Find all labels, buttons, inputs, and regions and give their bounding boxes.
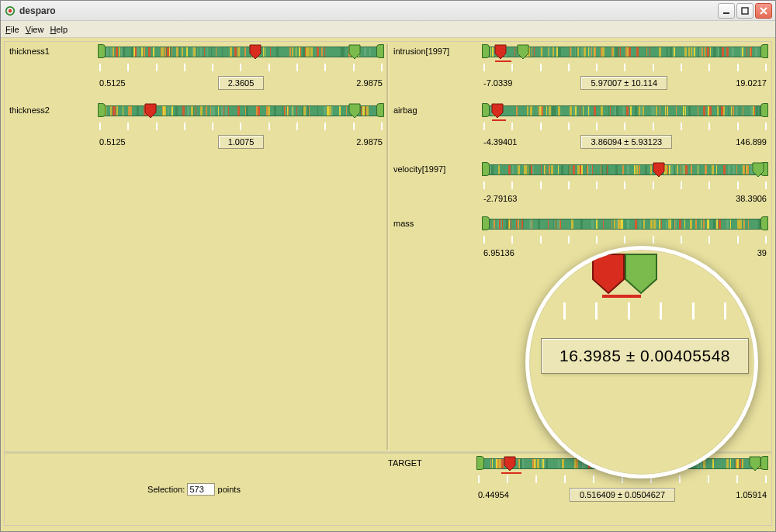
interval-red-icon	[501, 472, 521, 474]
min-value: 0.5125	[99, 137, 126, 147]
marker-green-icon[interactable]	[348, 103, 361, 119]
marker-green-icon[interactable]	[348, 44, 361, 60]
slider-thickness1[interactable]	[99, 45, 383, 64]
handle-right-icon[interactable]	[376, 103, 384, 117]
min-value: -4.39401	[483, 137, 517, 147]
min-value: 0.44954	[478, 490, 509, 499]
slider-intrusion[interactable]	[483, 45, 767, 64]
handle-right-icon[interactable]	[760, 103, 768, 117]
handle-right-icon[interactable]	[760, 456, 768, 470]
marker-green-icon[interactable]	[517, 44, 529, 60]
app-icon	[4, 5, 16, 17]
window-title: desparo	[19, 5, 718, 16]
marker-red-icon[interactable]	[249, 44, 262, 60]
selection-input[interactable]	[187, 483, 215, 496]
max-value: 2.9875	[356, 78, 383, 88]
slider-label: TARGET	[388, 457, 473, 468]
selection-unit: points	[218, 485, 241, 494]
menu-file[interactable]: File	[5, 25, 19, 34]
slider-row-velocity: velocity[1997]	[393, 163, 767, 203]
center-value: 3.86094 ± 5.93123	[580, 135, 672, 149]
marker-green-icon[interactable]	[752, 162, 764, 178]
slider-label: airbag	[393, 104, 479, 115]
center-value: 1.0075	[218, 135, 265, 149]
menubar: File View Help	[1, 21, 775, 38]
slider-row-thickness2: thickness2 0.5	[9, 104, 383, 149]
max-value: 19.0217	[736, 78, 767, 88]
min-value: -2.79163	[483, 194, 517, 203]
handle-left-icon[interactable]	[482, 103, 490, 117]
slider-row-mass: mass 6.95136 . 39	[393, 217, 767, 257]
slider-label: thickness1	[9, 45, 95, 56]
slider-row-airbag: airbag -4.39401 3.86094 ± 5.93	[393, 104, 767, 149]
minimize-button[interactable]	[718, 3, 735, 19]
handle-right-icon[interactable]	[760, 44, 768, 58]
titlebar: desparo	[1, 1, 775, 21]
min-value: 0.5125	[99, 78, 126, 88]
left-column: thickness1 0.5	[5, 42, 389, 451]
slider-label: velocity[1997]	[393, 163, 479, 174]
svg-rect-2	[723, 12, 729, 14]
handle-left-icon[interactable]	[98, 103, 106, 117]
center-value: 5.97007 ± 10.114	[580, 76, 667, 90]
center-value: 0.516409 ± 0.0504627	[570, 488, 675, 502]
marker-red-icon[interactable]	[494, 44, 507, 60]
min-value: -7.0339	[483, 78, 512, 88]
interval-red-icon	[495, 60, 512, 62]
max-value: 2.9875	[356, 137, 383, 147]
interval-red-icon	[492, 119, 506, 121]
slider-row-intrusion: intrusion[1997]	[393, 45, 767, 90]
slider-row-target: TARGET	[388, 457, 767, 502]
svg-rect-3	[742, 8, 748, 14]
handle-left-icon[interactable]	[98, 44, 106, 58]
marker-red-icon[interactable]	[144, 103, 157, 119]
maximize-button[interactable]	[736, 3, 753, 19]
marker-red-icon[interactable]	[653, 162, 665, 178]
menu-view[interactable]: View	[26, 25, 44, 34]
max-value: 38.3906	[736, 194, 767, 203]
handle-left-icon[interactable]	[482, 216, 490, 230]
marker-red-icon[interactable]	[591, 253, 625, 298]
close-button[interactable]	[755, 3, 772, 19]
slider-velocity[interactable]	[483, 163, 767, 181]
slider-mass[interactable]	[483, 217, 767, 236]
marker-red-icon[interactable]	[504, 456, 516, 472]
magnifier-lens: 16.3985 ± 0.00405548	[525, 246, 758, 478]
svg-point-1	[9, 9, 12, 12]
selection-area: Selection: points	[5, 454, 383, 525]
marker-red-icon[interactable]	[491, 103, 504, 119]
marker-green-icon[interactable]	[749, 456, 761, 472]
slider-airbag[interactable]	[483, 104, 767, 123]
max-value: 146.899	[736, 137, 767, 147]
slider-label: mass	[393, 217, 479, 228]
min-value: 6.95136	[483, 248, 514, 257]
handle-left-icon[interactable]	[476, 456, 484, 470]
handle-right-icon[interactable]	[760, 216, 768, 230]
slider-label: intrusion[1997]	[393, 45, 479, 56]
client-area: thickness1 0.5	[1, 38, 775, 532]
slider-label: thickness2	[9, 104, 95, 115]
max-value: 39	[757, 248, 767, 257]
handle-right-icon[interactable]	[376, 44, 384, 58]
slider-thickness2[interactable]	[99, 104, 383, 123]
center-value: 2.3605	[218, 76, 265, 90]
handle-left-icon[interactable]	[482, 162, 490, 176]
marker-green-icon[interactable]	[624, 253, 658, 298]
max-value: 1.05914	[736, 490, 767, 499]
interval-red-icon	[602, 295, 641, 298]
slider-row-thickness1: thickness1 0.5	[9, 45, 383, 90]
handle-left-icon[interactable]	[482, 44, 490, 58]
selection-label: Selection:	[147, 485, 185, 494]
target-area: TARGET	[383, 454, 771, 525]
menu-help[interactable]: Help	[50, 25, 68, 34]
magnified-value: 16.3985 ± 0.00405548	[541, 338, 749, 374]
